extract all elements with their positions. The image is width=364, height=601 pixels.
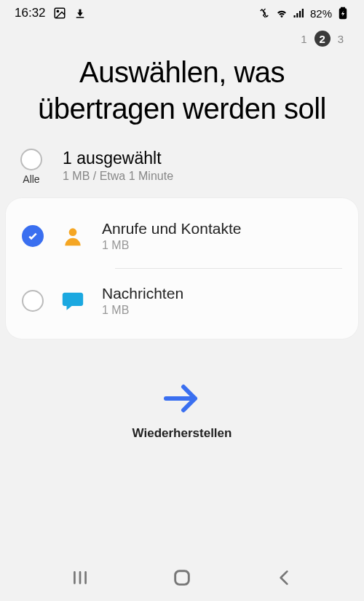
pager-step-1: 1 <box>301 33 306 45</box>
list-item[interactable]: Nachrichten 1 MB <box>6 269 358 333</box>
restore-label: Wiederherstellen <box>132 426 232 441</box>
item-checkbox[interactable] <box>22 290 44 312</box>
svg-rect-9 <box>175 571 189 585</box>
svg-rect-7 <box>341 8 345 9</box>
image-icon <box>53 7 66 20</box>
item-title: Nachrichten <box>102 285 183 302</box>
selected-count: 1 ausgewählt <box>63 149 173 168</box>
pager-step-3: 3 <box>338 33 344 45</box>
selection-summary: Alle 1 ausgewählt 1 MB / Etwa 1 Minute <box>0 149 364 198</box>
check-icon <box>27 230 39 242</box>
message-icon <box>60 288 86 313</box>
items-card: Anrufe und Kontakte 1 MB Nachrichten 1 M… <box>6 198 358 339</box>
page-title: Auswählen, was übertragen werden soll <box>0 47 364 149</box>
back-button[interactable] <box>274 568 293 590</box>
svg-rect-5 <box>302 9 304 17</box>
item-title: Anrufe und Kontakte <box>102 220 241 237</box>
status-time: 16:32 <box>15 6 46 20</box>
selected-detail: 1 MB / Etwa 1 Minute <box>63 170 173 183</box>
home-button[interactable] <box>172 567 192 591</box>
download-icon <box>74 7 87 20</box>
recent-apps-button[interactable] <box>71 568 90 590</box>
item-size: 1 MB <box>102 304 183 317</box>
battery-percent: 82% <box>310 7 332 20</box>
list-item[interactable]: Anrufe und Kontakte 1 MB <box>6 204 358 268</box>
step-pager: 1 2 3 <box>0 26 364 47</box>
arrow-right-icon <box>162 382 202 415</box>
status-bar: 16:32 82% <box>0 0 364 26</box>
svg-rect-4 <box>299 11 301 17</box>
signal-icon <box>293 7 306 20</box>
restore-button[interactable]: Wiederherstellen <box>0 382 364 441</box>
select-all-checkbox[interactable] <box>20 149 42 170</box>
pager-step-2: 2 <box>314 31 331 47</box>
svg-point-8 <box>69 228 77 236</box>
item-size: 1 MB <box>102 239 241 252</box>
battery-icon <box>336 7 349 20</box>
svg-rect-3 <box>296 13 298 17</box>
select-all-label: Alle <box>23 173 39 185</box>
person-icon <box>60 224 86 248</box>
item-checkbox[interactable] <box>22 225 44 247</box>
vibrate-icon <box>258 7 271 20</box>
svg-point-1 <box>57 10 58 12</box>
nav-bar <box>0 557 364 601</box>
wifi-icon <box>275 7 288 20</box>
svg-rect-2 <box>293 15 295 17</box>
